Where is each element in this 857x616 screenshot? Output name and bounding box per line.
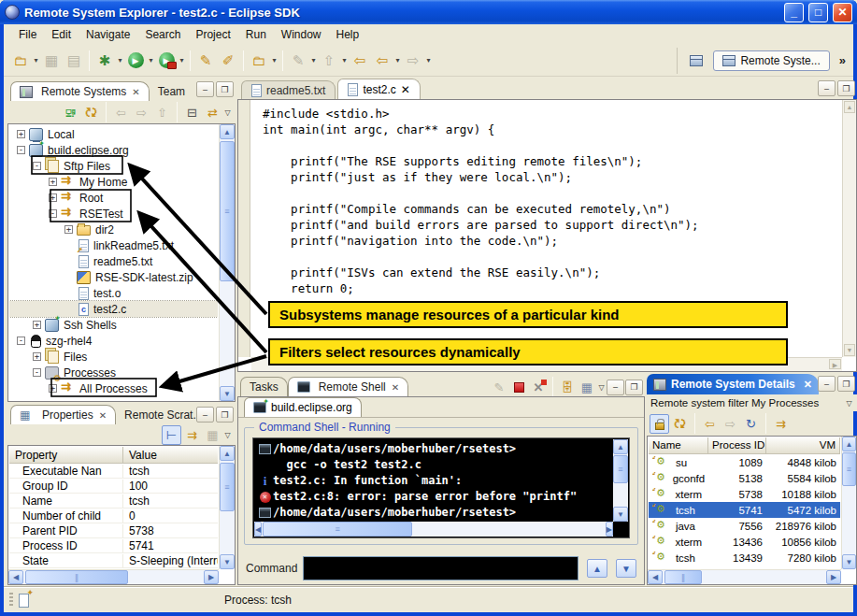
- tree-item-rsetest[interactable]: -RSETest: [9, 206, 218, 222]
- back-dropdown-icon[interactable]: ▾: [393, 56, 402, 64]
- tab-properties[interactable]: ▦ Properties ✕: [10, 405, 116, 424]
- tab-close-icon[interactable]: ✕: [804, 379, 812, 391]
- table-row[interactable]: Nametcsh: [9, 494, 218, 509]
- scroll-down-icon[interactable]: ▼: [220, 386, 235, 401]
- save-icon[interactable]: ▦: [40, 50, 63, 72]
- table-row[interactable]: Group ID100: [9, 479, 218, 494]
- details-vertical-scrollbar[interactable]: ▲ ▼: [841, 437, 856, 569]
- history-down-icon[interactable]: ▼: [616, 559, 636, 578]
- view-minimize-icon[interactable]: –: [607, 380, 624, 395]
- view-menu-icon[interactable]: ▽: [223, 108, 232, 117]
- table-row[interactable]: ⚙gconfd-251385584 kilob: [649, 470, 840, 486]
- view-maximize-icon[interactable]: ❐: [216, 81, 234, 97]
- menu-help[interactable]: Help: [329, 25, 367, 44]
- view-maximize-icon[interactable]: ❐: [216, 407, 234, 423]
- scroll-right-icon[interactable]: ▶: [204, 570, 219, 584]
- tab-close-icon[interactable]: ✕: [99, 410, 107, 421]
- title-bar[interactable]: Remote System Explorer - test2.c - Eclip…: [0, 0, 857, 24]
- process-table-header[interactable]: Name Process ID VM: [649, 437, 840, 454]
- refresh-icon[interactable]: 🗘: [670, 414, 690, 434]
- tree-item-files[interactable]: +Files: [9, 349, 218, 365]
- table-row[interactable]: Process ID5741: [9, 538, 218, 553]
- scroll-up-icon[interactable]: ▲: [220, 124, 235, 139]
- tree-item-test2-c[interactable]: ctest2.c: [9, 301, 218, 317]
- lock-icon[interactable]: [650, 414, 669, 434]
- scroll-right-icon[interactable]: ▶: [826, 570, 841, 584]
- show-tree-icon[interactable]: ⊢: [162, 425, 181, 445]
- console-output[interactable]: /home/data/users/moberhuber/rsetest> gcc…: [254, 439, 613, 522]
- scroll-down-icon[interactable]: ▼: [220, 554, 235, 569]
- scroll-right-icon[interactable]: ▶: [606, 522, 613, 537]
- history-up-icon[interactable]: ▲: [587, 559, 607, 578]
- external-tools-dropdown-icon[interactable]: ▾: [178, 56, 186, 64]
- perspective-button-remote-system-explorer[interactable]: Remote Syste...: [713, 50, 829, 71]
- scroll-left-icon[interactable]: ◀: [648, 570, 663, 584]
- tree-item-root[interactable]: +Root: [9, 190, 218, 206]
- back-icon[interactable]: ⇦: [700, 414, 720, 434]
- tree-item-ssh-shells[interactable]: +Ssh Shells: [9, 317, 218, 333]
- view-maximize-icon[interactable]: ❐: [837, 376, 855, 392]
- tab-close-icon[interactable]: ✕: [392, 382, 399, 393]
- forward-icon[interactable]: ⇨: [132, 103, 151, 122]
- tree-item-build-eclipse-org[interactable]: -build.eclipse.org: [9, 142, 218, 158]
- console-horizontal-scrollbar[interactable]: ◀ ▶: [254, 522, 613, 537]
- tree-item-rse-sdk-zip[interactable]: RSE-SDK-latest.zip: [9, 269, 218, 285]
- tab-close-icon[interactable]: ✕: [132, 87, 139, 97]
- menu-search[interactable]: Search: [137, 25, 188, 44]
- scroll-left-icon[interactable]: ◀: [254, 522, 262, 537]
- show-categories-icon[interactable]: ▦: [203, 425, 222, 445]
- search-icon[interactable]: ✎: [194, 50, 217, 72]
- link-with-editor-icon[interactable]: ⇄: [203, 103, 222, 122]
- fast-view-bar-handle[interactable]: [9, 593, 13, 608]
- tree-item-test-o[interactable]: test.o: [9, 285, 218, 301]
- external-tools-icon[interactable]: ▶: [155, 50, 178, 72]
- tree-item-my-home[interactable]: +My Home: [9, 174, 218, 190]
- menu-file[interactable]: File: [11, 25, 44, 44]
- refresh-view-icon[interactable]: ↻: [741, 414, 761, 434]
- console-vertical-scrollbar[interactable]: ▲ ▼: [613, 439, 628, 522]
- table-row[interactable]: ⚙xterm573810188 kilob: [649, 486, 840, 502]
- view-menu-icon[interactable]: ▽: [597, 383, 606, 392]
- tab-remote-systems[interactable]: Remote Systems ✕: [10, 81, 150, 101]
- shell-console[interactable]: /home/data/users/moberhuber/rsetest> gcc…: [252, 437, 630, 538]
- menu-window[interactable]: Window: [274, 25, 329, 44]
- pin-filter-icon[interactable]: ⇉: [182, 425, 202, 445]
- tree-item-sftp-files[interactable]: -Sftp Files: [9, 158, 218, 174]
- save-output-icon[interactable]: ▦: [578, 378, 596, 396]
- properties-vertical-scrollbar[interactable]: ▲ ▼: [219, 446, 235, 569]
- open-type-dropdown-icon[interactable]: ▾: [270, 56, 279, 64]
- export-history-icon[interactable]: 🗄: [558, 378, 577, 396]
- table-row[interactable]: ⚙xterm1343610856 kilob: [649, 534, 840, 550]
- go-into-dropdown-icon[interactable]: ▾: [340, 56, 349, 64]
- stop-shell-icon[interactable]: [509, 378, 528, 396]
- print-icon[interactable]: ▤: [63, 50, 85, 72]
- table-row[interactable]: ⚙java7556218976 kilob: [649, 518, 840, 534]
- tab-readme5-txt[interactable]: readme5.txt: [241, 80, 336, 99]
- tab-tasks[interactable]: Tasks: [240, 377, 288, 396]
- open-perspective-icon[interactable]: [685, 50, 707, 72]
- last-edit-icon[interactable]: ✎: [287, 50, 309, 72]
- debug-icon[interactable]: ✱: [93, 50, 116, 72]
- clear-console-icon[interactable]: ✎: [490, 378, 508, 396]
- new-wizard-dropdown-icon[interactable]: ▾: [32, 56, 40, 64]
- view-minimize-icon[interactable]: –: [818, 376, 836, 392]
- collapse-all-icon[interactable]: ⊟: [182, 103, 202, 122]
- tree-item-dir2[interactable]: +dir2: [9, 222, 218, 237]
- view-maximize-icon[interactable]: ❐: [625, 380, 643, 395]
- perspective-overflow-chevron-icon[interactable]: »: [836, 53, 850, 67]
- last-edit-dropdown-icon[interactable]: ▾: [309, 56, 318, 64]
- go-into-icon[interactable]: ⇧: [318, 50, 340, 72]
- forward-icon[interactable]: ⇨: [402, 50, 424, 72]
- scroll-up-icon[interactable]: ▲: [613, 439, 628, 454]
- properties-header[interactable]: Property Value: [9, 447, 218, 464]
- tab-test2-c[interactable]: test2.c ✕: [337, 79, 420, 99]
- new-connection-icon[interactable]: 🖳: [61, 103, 80, 122]
- menu-project[interactable]: Project: [188, 25, 237, 44]
- tree-item-processes[interactable]: -Processes: [9, 365, 218, 380]
- scroll-down-icon[interactable]: ▼: [842, 554, 856, 569]
- back-icon[interactable]: ⇦: [111, 103, 131, 122]
- scroll-down-icon[interactable]: ▼: [613, 507, 628, 522]
- details-horizontal-scrollbar[interactable]: ◀ ▶: [648, 569, 841, 584]
- remove-shell-icon[interactable]: ✕: [529, 378, 548, 396]
- up-icon[interactable]: ⇧: [152, 103, 172, 122]
